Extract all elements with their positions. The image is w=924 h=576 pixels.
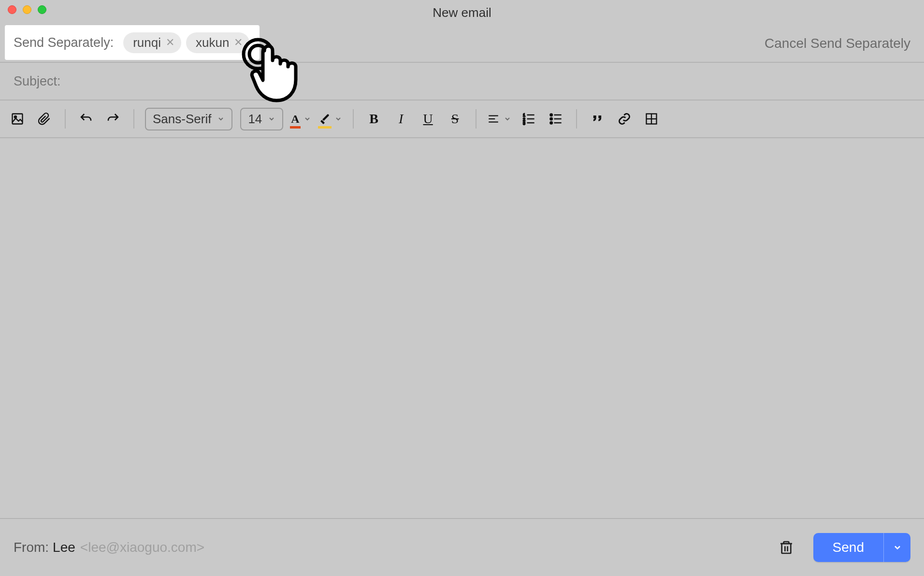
text-color-button[interactable]: A (291, 109, 311, 129)
from-email: <lee@xiaoguo.com> (80, 540, 204, 555)
svg-point-11 (550, 114, 552, 116)
underline-button[interactable]: U (419, 109, 438, 129)
align-button[interactable] (487, 109, 511, 129)
unordered-list-button[interactable] (546, 109, 565, 129)
insert-link-button[interactable] (615, 109, 634, 129)
discard-draft-button[interactable] (779, 540, 794, 555)
window-controls (8, 5, 46, 14)
close-window-button[interactable] (8, 5, 16, 14)
send-button-group: Send (813, 533, 910, 562)
separator (576, 109, 577, 129)
insert-table-button[interactable] (642, 109, 661, 129)
font-size-select[interactable]: 14 (240, 108, 283, 130)
separator (353, 109, 354, 129)
recipient-chip[interactable]: runqi ✕ (123, 32, 181, 53)
highlight-color-button[interactable] (319, 109, 342, 129)
svg-point-13 (550, 122, 552, 124)
send-button-label: Send (833, 540, 864, 555)
remove-recipient-icon[interactable]: ✕ (234, 36, 243, 49)
recipient-name: runqi (133, 35, 161, 50)
attachment-icon[interactable] (35, 109, 54, 129)
italic-button[interactable]: I (391, 109, 411, 129)
strikethrough-button[interactable]: S (446, 109, 465, 129)
undo-icon[interactable] (76, 109, 96, 129)
from-label: From: (14, 540, 49, 555)
from-name: Lee (53, 540, 75, 555)
highlight-icon (319, 113, 331, 125)
svg-rect-20 (781, 544, 791, 553)
ordered-list-button[interactable]: 123 (519, 109, 538, 129)
send-separately-label: Send Separately: (14, 35, 114, 50)
svg-point-1 (14, 116, 16, 118)
svg-point-12 (550, 118, 552, 120)
font-family-select[interactable]: Sans-Serif (145, 108, 232, 130)
send-button[interactable]: Send (813, 533, 883, 562)
bold-button[interactable]: B (364, 109, 384, 129)
titlebar: New email (0, 0, 924, 25)
maximize-window-button[interactable] (38, 5, 46, 14)
font-family-value: Sans-Serif (153, 112, 211, 127)
formatting-toolbar: Sans-Serif 14 A B I U S (0, 101, 924, 138)
separator (476, 109, 476, 129)
insert-image-icon[interactable] (8, 109, 27, 129)
minimize-window-button[interactable] (23, 5, 31, 14)
send-options-button[interactable] (883, 533, 910, 562)
chevron-down-icon (334, 115, 342, 123)
font-size-value: 14 (248, 112, 262, 127)
svg-rect-0 (13, 114, 23, 124)
separator (65, 109, 66, 129)
cancel-send-separately-link[interactable]: Cancel Send Separately (765, 36, 910, 51)
separator (133, 109, 134, 129)
recipient-chip[interactable]: xukun ✕ (186, 32, 249, 53)
subject-label: Subject: (14, 74, 61, 89)
chevron-down-icon (268, 115, 275, 123)
redo-icon[interactable] (103, 109, 123, 129)
send-separately-row: Send Separately: runqi ✕ xukun ✕ Cancel … (0, 25, 924, 63)
text-color-icon: A (291, 113, 299, 126)
subject-row[interactable]: Subject: (0, 63, 924, 101)
recipient-name: xukun (196, 35, 229, 50)
chevron-down-icon (504, 115, 511, 123)
blockquote-button[interactable] (588, 109, 607, 129)
chevron-down-icon (217, 115, 225, 123)
recipients-field[interactable]: Send Separately: runqi ✕ xukun ✕ (5, 25, 260, 60)
window-title: New email (0, 5, 924, 20)
svg-text:3: 3 (523, 121, 525, 126)
remove-recipient-icon[interactable]: ✕ (166, 36, 174, 49)
email-body-editor[interactable] (0, 138, 924, 554)
chevron-down-icon (303, 115, 311, 123)
bottom-bar: From: Lee <lee@xiaoguo.com> Send (0, 518, 924, 576)
